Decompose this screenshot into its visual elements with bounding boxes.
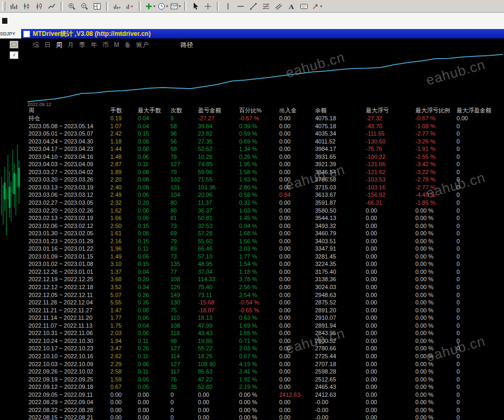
zoom-out-button[interactable] (78, 1, 91, 12)
cell: 1.44 (110, 145, 138, 153)
trendline-button[interactable] (247, 1, 260, 12)
cell: 2022.12.19 ~ 2022.12.25 (28, 275, 110, 283)
table-row[interactable]: 2023.02.20 ~ 2023.02.261.620.088636.371.… (28, 207, 504, 215)
menu-tab-10[interactable]: 账户 (136, 41, 149, 50)
table-row[interactable]: 2022.10.10 ~ 2022.10.162.620.1111418.260… (28, 352, 504, 360)
cell: 0.00 (366, 391, 415, 399)
arrows-button[interactable]: ▾ (310, 1, 323, 12)
menu-path-button[interactable]: 路径 (180, 41, 193, 50)
cell: 0.06 (138, 314, 170, 322)
indicators-button[interactable]: ▾ (144, 1, 156, 12)
menu-tab-9[interactable]: 备 (125, 41, 131, 50)
table-row[interactable]: 持仓0.190.049-27.27-0.67 %0.004075.18-27.3… (28, 114, 504, 122)
cell: 0 (457, 307, 503, 314)
candles-down-button[interactable] (33, 1, 45, 12)
cell: 0.00 % (415, 230, 457, 237)
bar-chart-button[interactable] (7, 1, 20, 12)
table-row[interactable]: 2023.01.30 ~ 2023.02.051.610.086957.281.… (28, 230, 504, 237)
column-header: 百分比% (239, 107, 279, 114)
table-row[interactable]: 2022.09.19 ~ 2022.09.251.590.067647.221.… (28, 376, 504, 384)
cell: 0.00 (138, 406, 170, 414)
table-row[interactable]: 2023.01.02 ~ 2023.01.083.100.1513548.951… (28, 260, 504, 268)
table-row[interactable]: 2022.10.24 ~ 2022.10.301.940.119819.860.… (28, 337, 504, 345)
table-row[interactable]: 2022.11.28 ~ 2022.12.045.550.26130-15.68… (28, 299, 504, 307)
table-row[interactable]: 2022.11.14 ~ 2022.11.201.770.0611018.130… (28, 314, 504, 322)
periods-button[interactable]: ▾ (156, 1, 169, 12)
cell: 0 (457, 160, 503, 168)
text-button[interactable]: A (285, 1, 298, 12)
menu-tab-3[interactable]: 周 (56, 41, 62, 50)
menu-tab-6[interactable]: 年 (91, 41, 97, 50)
table-row[interactable]: 2022.12.12 ~ 2022.12.183.520.3412675.402… (28, 283, 504, 291)
table-row[interactable]: 2022.12.05 ~ 2022.12.115.070.2614973.112… (28, 291, 504, 299)
table-row[interactable]: 2023.01.23 ~ 2023.01.292.160.157955.601.… (28, 237, 504, 245)
table-row[interactable]: 2023.05.08 ~ 2023.05.141.070.045839.840.… (28, 122, 504, 130)
menu-tab-4[interactable]: 月 (68, 41, 74, 50)
text-label-button[interactable] (298, 1, 310, 12)
channel-button[interactable] (272, 1, 285, 12)
fibonacci-button[interactable] (260, 1, 272, 12)
cell: 2.32 (110, 199, 138, 207)
dropdown-arrow-icon[interactable]: ▾ (166, 4, 168, 8)
dropdown-arrow-icon[interactable]: ▾ (320, 4, 322, 8)
table-row[interactable]: 2022.10.03 ~ 2022.10.092.290.06127108.90… (28, 360, 504, 368)
table-row[interactable]: 2022.12.26 ~ 2023.01.011.370.047737.041.… (28, 268, 504, 276)
menu-tab-8[interactable]: M (114, 41, 119, 49)
dropdown-arrow-icon[interactable]: ▾ (179, 4, 181, 8)
table-row[interactable]: 2023.05.01 ~ 2023.05.072.420.159623.820.… (28, 130, 504, 138)
line-chart-button[interactable] (45, 1, 58, 12)
table-row[interactable]: 2023.01.09 ~ 2023.01.151.490.067357.101.… (28, 253, 504, 261)
horizontal-line-button[interactable] (234, 1, 247, 12)
table-row[interactable]: 2022.10.31 ~ 2022.11.062.030.0611843.431… (28, 329, 504, 337)
panel-toggle-icon[interactable] (9, 41, 18, 49)
menu-tab-1[interactable]: 综 (33, 41, 39, 50)
table-row[interactable]: 2022.12.19 ~ 2022.12.253.680.20108114.33… (28, 275, 504, 283)
vertical-line-button[interactable] (222, 1, 234, 12)
table-row[interactable]: 2022.09.12 ~ 2022.09.180.670.053552.802.… (28, 383, 504, 391)
table-row[interactable]: 2022.10.17 ~ 2022.10.233.470.2612755.222… (28, 345, 504, 352)
table-row[interactable]: 2023.03.27 ~ 2023.04.021.890.087959.961.… (28, 168, 504, 176)
table-row[interactable]: 2022.09.26 ~ 2022.10.022.580.1111785.633… (28, 368, 504, 376)
toolbar-drag-handle[interactable] (2, 2, 5, 11)
crosshair-button[interactable] (202, 1, 214, 12)
table-row[interactable]: 2023.04.24 ~ 2023.04.301.180.085627.350.… (28, 138, 504, 146)
dropdown-arrow-icon[interactable]: ▾ (154, 4, 156, 8)
docked-window-icon[interactable] (2, 18, 7, 24)
menu-tab-5[interactable]: 季 (79, 41, 85, 50)
table-row[interactable]: 2023.02.13 ~ 2023.02.191.660.068150.811.… (28, 214, 504, 222)
table-row[interactable]: 2023.02.06 ~ 2023.02.122.500.157332.530.… (28, 222, 504, 230)
tile-windows-button[interactable] (91, 1, 103, 12)
auto-scroll-button[interactable] (111, 1, 123, 12)
table-row[interactable]: 2022.08.22 ~ 2022.08.280.000.0000.000.00… (28, 406, 504, 414)
table-row[interactable]: 2022.08.29 ~ 2022.09.040.000.0000.000.00… (28, 398, 504, 406)
cursor-button[interactable] (189, 1, 202, 12)
table-row[interactable]: 2023.04.17 ~ 2023.04.231.440.086852.521.… (28, 145, 504, 153)
cell: 1.77 % (239, 253, 279, 261)
table-row[interactable]: 2022.11.07 ~ 2022.11.131.750.0410847.991… (28, 322, 504, 330)
table-row[interactable]: 2023.04.10 ~ 2023.04.161.480.067810.260.… (28, 153, 504, 161)
cell: 0.00 (279, 214, 315, 222)
templates-button[interactable]: ▾ (169, 1, 182, 12)
check-icon[interactable]: √ (9, 51, 18, 59)
menu-tab-2[interactable]: 日 (44, 41, 51, 50)
channel-icon (274, 2, 283, 11)
cell: 0.06 (138, 153, 170, 161)
cell: 127 (170, 160, 198, 168)
table-row[interactable]: 2022.08.15 ~ 2022.08.210.000.0000.000.00… (28, 414, 504, 420)
table-row[interactable]: 2023.04.03 ~ 2023.04.092.870.1112774.851… (28, 160, 504, 168)
cell: 0 (457, 176, 503, 184)
candlesticks-button[interactable] (20, 1, 33, 12)
chart-shift-button[interactable] (123, 1, 136, 12)
table-row[interactable]: 2022.09.05 ~ 2022.09.110.000.0000.000.00… (28, 391, 504, 399)
cell: 0.00 (138, 391, 170, 399)
table-row[interactable]: 2023.03.06 ~ 2023.03.122.490.0610420.960… (28, 191, 504, 199)
panel-titlebar[interactable]: MTDriver统计 ,V3.08 (http://mtdriver.cn) (21, 29, 504, 39)
table-row[interactable]: 2023.03.13 ~ 2023.03.192.400.08131101.36… (28, 184, 504, 192)
menu-tab-7[interactable]: 币 (102, 41, 109, 50)
zoom-in-button[interactable] (65, 1, 78, 12)
table-row[interactable]: 2023.03.20 ~ 2023.03.262.200.0810271.551… (28, 176, 504, 184)
cell: 2022.12.26 ~ 2023.01.01 (28, 268, 110, 276)
table-row[interactable]: 2023.02.27 ~ 2023.03.052.320.208011.370.… (28, 199, 504, 207)
table-row[interactable]: 2022.11.21 ~ 2022.11.271.470.0875-18.87-… (28, 307, 504, 314)
table-row[interactable]: 2023.01.16 ~ 2023.01.221.960.118966.462.… (28, 245, 504, 253)
